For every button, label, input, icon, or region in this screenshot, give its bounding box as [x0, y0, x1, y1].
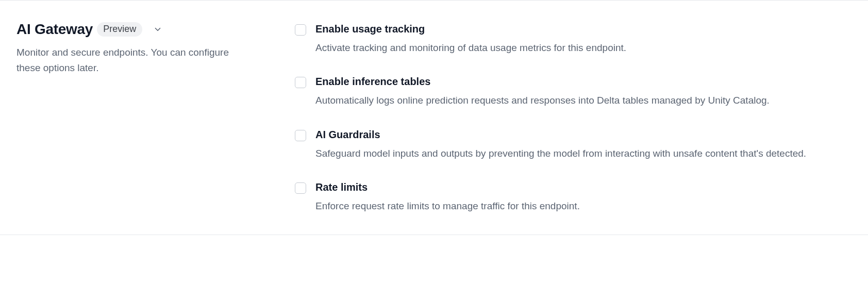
option-description: Enforce request rate limits to manage tr…: [315, 198, 821, 213]
section-header-column: AI Gateway Preview Monitor and secure en…: [16, 21, 243, 214]
section-header-row: AI Gateway Preview: [16, 21, 243, 38]
option-title: Enable inference tables: [315, 76, 852, 88]
option-usage-tracking: Enable usage tracking Activate tracking …: [295, 23, 852, 55]
option-description: Activate tracking and monitoring of data…: [315, 40, 821, 55]
option-text: Enable usage tracking Activate tracking …: [315, 23, 852, 55]
option-title: AI Guardrails: [315, 129, 852, 141]
option-description: Automatically logs online prediction req…: [315, 93, 821, 108]
ai-gateway-section: AI Gateway Preview Monitor and secure en…: [0, 0, 868, 235]
options-column: Enable usage tracking Activate tracking …: [295, 21, 852, 214]
option-text: Enable inference tables Automatically lo…: [315, 76, 852, 108]
checkbox-usage-tracking[interactable]: [295, 24, 306, 36]
option-title: Rate limits: [315, 181, 852, 193]
checkbox-rate-limits[interactable]: [295, 182, 306, 194]
option-text: AI Guardrails Safeguard model inputs and…: [315, 129, 852, 161]
option-rate-limits: Rate limits Enforce request rate limits …: [295, 181, 852, 213]
section-description: Monitor and secure endpoints. You can co…: [16, 45, 243, 76]
preview-badge: Preview: [97, 22, 142, 37]
option-description: Safeguard model inputs and outputs by pr…: [315, 146, 821, 161]
section-title: AI Gateway: [16, 21, 93, 38]
option-inference-tables: Enable inference tables Automatically lo…: [295, 76, 852, 108]
expand-toggle[interactable]: [151, 22, 165, 37]
checkbox-inference-tables[interactable]: [295, 77, 306, 88]
option-text: Rate limits Enforce request rate limits …: [315, 181, 852, 213]
option-title: Enable usage tracking: [315, 23, 852, 35]
checkbox-ai-guardrails[interactable]: [295, 130, 306, 141]
chevron-down-icon: [153, 25, 162, 34]
option-ai-guardrails: AI Guardrails Safeguard model inputs and…: [295, 129, 852, 161]
